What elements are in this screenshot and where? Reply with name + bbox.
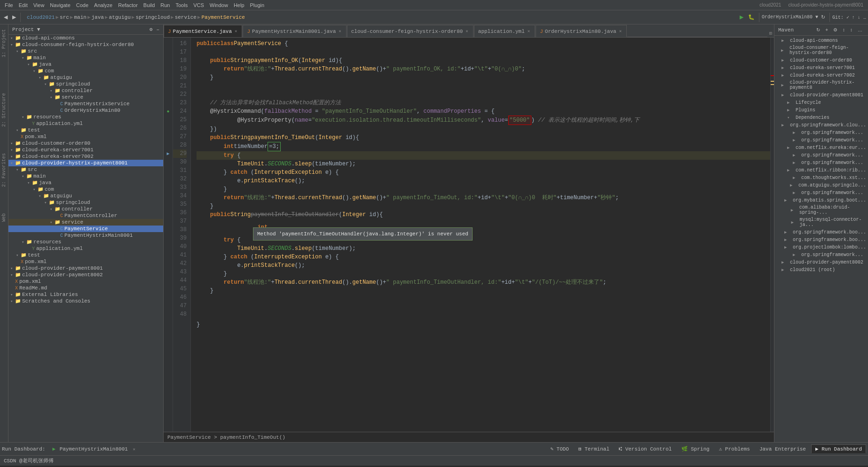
tree-item-38[interactable]: XReadMe.md [8,285,163,291]
maven-item-27[interactable]: ▶ cloud-provider-payment8002 [774,258,868,266]
tree-item-10[interactable]: CPaymentHystrixService [8,101,163,107]
maven-item-12[interactable]: ▶ org.springframework... [774,136,868,144]
menu-run[interactable]: Run [158,2,173,8]
tab-application[interactable]: application.yml ✕ [474,25,535,37]
tree-item-7[interactable]: ▾📁springcloud [8,81,163,87]
project-collapse[interactable]: – [156,27,159,32]
bottom-todo[interactable]: ✎ TODO [546,444,573,453]
maven-item-21[interactable]: ▶ com.alibaba:druid-spring-... [774,204,868,216]
tree-item-22[interactable]: ▾📁java [8,179,163,186]
tree-item-28[interactable]: ▾📁service [8,219,163,226]
bottom-terminal[interactable]: ⊞ Terminal [574,444,614,453]
maven-item-10[interactable]: ▶ org.springframework.clou... [774,121,868,129]
menu-file[interactable]: File [2,2,16,8]
tree-item-6[interactable]: ▾📁atguigu [8,74,163,81]
toolbar-run[interactable]: ▶ [738,13,745,21]
bottom-rundash[interactable]: ▶ Run Dashboard [811,444,866,453]
menu-window[interactable]: Window [207,2,231,8]
toolbar-refresh[interactable]: ↻ [819,13,827,21]
maven-item-13[interactable]: ▶ com.netflix.eureka:eur... [774,144,868,151]
bottom-spring[interactable]: 🌿 Spring [677,444,714,453]
tree-item-32[interactable]: Yapplication.yml [8,245,163,252]
tree-item-20[interactable]: ▾📁src [8,166,163,173]
right-scrollbar[interactable] [770,38,774,432]
bottom-run-item[interactable]: ▶ PaymentHystrixMain8001 ✕ [48,444,140,453]
tab-close-0[interactable]: ✕ [234,29,238,34]
menu-navigate[interactable]: Navigate [47,2,73,8]
maven-expand[interactable]: ↕ [841,26,847,33]
tab-close-2[interactable]: ✕ [465,29,469,34]
maven-item-23[interactable]: ▶ org.springframework.boo... [774,228,868,236]
maven-item-5[interactable]: ▶ cloud-provider-hystrix-payment8 [774,79,868,91]
bc-service[interactable]: service [175,15,197,20]
menu-help[interactable]: Help [231,2,247,8]
maven-item-9[interactable]: ▾ Dependencies [774,114,868,121]
maven-item-16[interactable]: ▶ com.netflix.ribbon:rib... [774,166,868,174]
menu-edit[interactable]: Edit [16,2,31,8]
maven-item-2[interactable]: ▶ cloud-customer-order80 [774,56,868,64]
maven-item-17[interactable]: ▶ com.thoughtworks.xst... [774,174,868,181]
tree-item-1[interactable]: ▾📁cloud-consumer-feign-hystrix-order80 [8,41,163,48]
menu-code[interactable]: Code [73,2,91,8]
bottom-problems[interactable]: ⚠ Problems [715,444,754,453]
maven-item-25[interactable]: ▶ org.projectlombok:lombo... [774,243,868,251]
maven-item-8[interactable]: ▶ Plugins [774,106,868,114]
tree-item-36[interactable]: ▾📁cloud-provider-payment8002 [8,272,163,278]
sidebar-structure-label[interactable]: 2: Structure [0,89,8,131]
tree-item-35[interactable]: ▾📁cloud-provider-payment8001 [8,265,163,272]
maven-item-15[interactable]: ▶ org.springframework... [774,159,868,166]
bottom-vcs[interactable]: ⑆ Version Control [615,445,676,453]
tree-item-2[interactable]: ▾📁src [8,48,163,54]
tree-item-39[interactable]: ▾📁External Libraries [8,291,163,298]
toolbar-debug[interactable]: 🐛 [746,13,757,21]
bc-java[interactable]: java [92,15,104,20]
tree-item-26[interactable]: ▾📁controller [8,206,163,212]
sidebar-web-label[interactable]: Web [0,210,8,226]
bc-atguigu[interactable]: atguigu [109,15,131,20]
tab-close-1[interactable]: ✕ [338,29,342,34]
tree-item-19[interactable]: ▾📁cloud-provider-hystrix-payment8001 [8,160,163,166]
tree-item-40[interactable]: ▾📁Scratches and Consoles [8,298,163,304]
maven-item-26[interactable]: ▶ org.springframework... [774,251,868,258]
bc-class[interactable]: PaymentService [201,15,245,20]
tree-item-4[interactable]: ▾📁java [8,61,163,68]
tree-item-31[interactable]: ▾📁resources [8,239,163,245]
tree-item-34[interactable]: Xpom.xml [8,258,163,265]
menu-plugin[interactable]: Plugin [247,2,268,8]
tree-item-27[interactable]: CPaymentController [8,212,163,219]
maven-refresh[interactable]: ↻ [814,26,822,33]
tree-item-37[interactable]: Xpom.xml [8,278,163,285]
maven-collapse[interactable]: ↕ [848,26,854,33]
maven-item-3[interactable]: ▶ cloud-eureka-server7001 [774,64,868,71]
tree-item-25[interactable]: ▾📁springcloud [8,199,163,206]
tree-item-12[interactable]: ▾📁resources [8,114,163,120]
maven-add[interactable]: + [823,26,830,33]
maven-item-20[interactable]: ▶ org.mybatis.spring.boot... [774,196,868,204]
bc-src[interactable]: src [60,15,69,20]
maven-item-28[interactable]: ▶ cloud2021 (root) [774,266,868,273]
maven-item-18[interactable]: ▶ com.atguigu.springclo... [774,181,868,189]
tab-close-4[interactable]: ✕ [618,29,623,34]
menu-refactor[interactable]: Refactor [115,2,141,8]
tree-item-16[interactable]: ▾📁cloud-customer-order80 [8,140,163,147]
sidebar-project-label[interactable]: 1: Project [0,25,8,61]
tab-orderhystrix[interactable]: J OrderHystrixMain80.java ✕ [536,25,627,37]
sidebar-favorites-label[interactable]: 2: Favorites [0,149,8,191]
tree-item-5[interactable]: ▾📁com [8,68,163,74]
tree-item-11[interactable]: COrderHystrixMain80 [8,107,163,114]
code-content[interactable]: public class PaymentService { public Str… [191,38,770,432]
maven-item-4[interactable]: ▶ cloud-eureka-server7002 [774,71,868,79]
project-settings[interactable]: ⚙ [150,26,153,32]
toolbar-back[interactable]: ◀ [2,13,9,21]
tree-item-0[interactable]: ▾📁cloud-api-commons [8,35,163,41]
tab-paymentservice[interactable]: J PaymentService.java ✕ [164,25,242,37]
maven-item-11[interactable]: ▶ org.springframework... [774,129,868,136]
maven-more[interactable]: … [856,26,864,33]
tree-item-3[interactable]: ▾📁main [8,54,163,61]
menu-build[interactable]: Build [141,2,158,8]
tree-item-13[interactable]: Yapplication.yml [8,120,163,127]
bc-main[interactable]: main [74,15,86,20]
tree-item-33[interactable]: ▾📁test [8,252,163,258]
run-item-close[interactable]: ✕ [133,447,135,452]
tab-paymenthystrix[interactable]: J PaymentHystrixMain8001.java ✕ [243,25,346,37]
